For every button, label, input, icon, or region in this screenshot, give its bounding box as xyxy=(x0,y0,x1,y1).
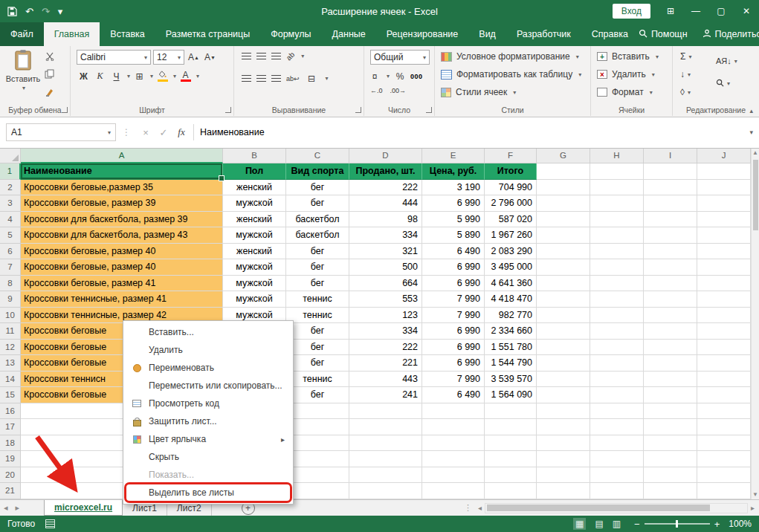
cell-H7[interactable] xyxy=(590,259,644,276)
cell-H8[interactable] xyxy=(590,276,644,292)
customize-quick-access-icon[interactable]: ▾ xyxy=(58,7,63,16)
maximize-button[interactable]: ▢ xyxy=(708,0,734,22)
cell-I20[interactable] xyxy=(644,467,697,484)
cell-E2[interactable]: 3 190 xyxy=(422,180,485,196)
cell-F4[interactable]: 587 020 xyxy=(485,212,537,228)
cell-I10[interactable] xyxy=(644,308,697,324)
cell-I17[interactable] xyxy=(644,419,697,435)
cell-I14[interactable] xyxy=(644,372,697,388)
cell-D6[interactable]: 321 xyxy=(349,244,422,260)
tab-formulas[interactable]: Формулы xyxy=(260,22,321,46)
cell-C11[interactable]: бег xyxy=(286,323,349,340)
cell-C13[interactable]: бег xyxy=(286,355,349,372)
cell-H13[interactable] xyxy=(590,355,644,372)
cell-G14[interactable] xyxy=(537,372,590,388)
cell-I21[interactable] xyxy=(644,483,697,499)
cell-F17[interactable] xyxy=(485,419,537,435)
tab-scroll-left-icon[interactable]: ◂ xyxy=(0,500,12,516)
cell-B6[interactable]: женский xyxy=(223,244,286,260)
tab-data[interactable]: Данные xyxy=(322,22,376,46)
cell-F9[interactable]: 4 418 470 xyxy=(485,291,537,308)
cell-G16[interactable] xyxy=(537,403,590,420)
cell-E20[interactable] xyxy=(422,467,485,484)
row-header-1[interactable]: 1 xyxy=(0,163,21,180)
cell-A1[interactable]: Наименование xyxy=(21,163,223,180)
cell-J14[interactable] xyxy=(697,372,751,388)
dialog-launcher-icon[interactable] xyxy=(355,107,361,113)
accounting-format-icon[interactable]: ¤ xyxy=(370,69,379,83)
cell-B5[interactable]: мужской xyxy=(223,227,286,244)
row-header-2[interactable]: 2 xyxy=(0,180,21,196)
cell-E15[interactable]: 6 490 xyxy=(422,387,485,403)
cell-H21[interactable] xyxy=(590,483,644,499)
close-button[interactable]: ✕ xyxy=(734,0,759,22)
cell-I11[interactable] xyxy=(644,323,697,340)
minimize-button[interactable]: — xyxy=(683,0,708,22)
align-right-icon[interactable] xyxy=(271,75,281,82)
cell-D13[interactable]: 221 xyxy=(349,355,422,372)
cell-J16[interactable] xyxy=(697,403,751,420)
cell-E12[interactable]: 6 990 xyxy=(422,340,485,356)
confirm-entry-icon[interactable]: ✓ xyxy=(155,127,172,138)
cell-G15[interactable] xyxy=(537,387,590,403)
cell-J13[interactable] xyxy=(697,355,751,372)
percent-style-button[interactable]: % xyxy=(395,69,404,83)
cell-C18[interactable] xyxy=(286,435,349,452)
cell-J9[interactable] xyxy=(697,291,751,308)
cell-F20[interactable] xyxy=(485,467,537,484)
cell-C12[interactable]: бег xyxy=(286,340,349,356)
row-header-10[interactable]: 10 xyxy=(0,308,21,324)
align-center-icon[interactable] xyxy=(256,75,266,82)
cell-H10[interactable] xyxy=(590,308,644,324)
align-bottom-icon[interactable] xyxy=(271,53,281,59)
underline-button[interactable]: Ч xyxy=(109,69,123,83)
menu-item-protect-sheet[interactable]: Защитить лист... xyxy=(125,412,291,430)
cell-G4[interactable] xyxy=(537,212,590,228)
cell-H9[interactable] xyxy=(590,291,644,308)
cell-A6[interactable]: Кроссовки беговые, размер 40 xyxy=(21,244,223,260)
cell-E6[interactable]: 6 490 xyxy=(422,244,485,260)
column-header-I[interactable]: I xyxy=(644,148,697,163)
cell-H11[interactable] xyxy=(590,323,644,340)
zoom-out-icon[interactable]: − xyxy=(634,519,640,530)
cell-F21[interactable] xyxy=(485,483,537,499)
cell-D15[interactable]: 241 xyxy=(349,387,422,403)
zoom-slider[interactable] xyxy=(645,523,710,525)
cell-E17[interactable] xyxy=(422,419,485,435)
cell-J17[interactable] xyxy=(697,419,751,435)
insert-cells-button[interactable]: + Вставить ▾ xyxy=(597,51,659,62)
cell-B2[interactable]: женский xyxy=(223,180,286,196)
number-format-combo[interactable]: Общий ▾ xyxy=(370,50,430,65)
collapse-ribbon-icon[interactable]: ▴ xyxy=(749,107,753,114)
cell-E3[interactable]: 6 990 xyxy=(422,195,485,212)
column-header-B[interactable]: B xyxy=(223,148,286,163)
increase-font-size-button[interactable]: А▲ xyxy=(187,51,201,65)
cell-J3[interactable] xyxy=(697,195,751,212)
cell-I8[interactable] xyxy=(644,276,697,292)
align-left-icon[interactable] xyxy=(242,75,251,82)
row-header-12[interactable]: 12 xyxy=(0,340,21,356)
cell-I7[interactable] xyxy=(644,259,697,276)
row-header-14[interactable]: 14 xyxy=(0,372,21,388)
cell-B8[interactable]: мужской xyxy=(223,276,286,292)
tab-scroll-right-icon[interactable]: ▸ xyxy=(12,500,24,516)
cell-J4[interactable] xyxy=(697,212,751,228)
name-box-dropdown-icon[interactable]: ▾ xyxy=(108,129,111,136)
cell-C2[interactable]: бег xyxy=(286,180,349,196)
comma-style-button[interactable]: 000 xyxy=(410,73,423,80)
cell-J11[interactable] xyxy=(697,323,751,340)
cell-C16[interactable] xyxy=(286,403,349,420)
font-name-combo[interactable]: Calibri ▾ xyxy=(77,50,151,65)
tab-splitter-handle[interactable]: ⋮ xyxy=(461,503,475,513)
cell-F12[interactable]: 1 551 780 xyxy=(485,340,537,356)
cell-G3[interactable] xyxy=(537,195,590,212)
cell-G13[interactable] xyxy=(537,355,590,372)
menu-item-delete[interactable]: Удалить xyxy=(125,341,291,359)
row-header-17[interactable]: 17 xyxy=(0,419,21,435)
cell-I6[interactable] xyxy=(644,244,697,260)
cell-G21[interactable] xyxy=(537,483,590,499)
menu-item-view-code[interactable]: Просмотреть код xyxy=(125,395,291,412)
cell-I1[interactable] xyxy=(644,163,697,180)
cell-D9[interactable]: 553 xyxy=(349,291,422,308)
horizontal-scroll-thumb[interactable] xyxy=(487,505,710,511)
